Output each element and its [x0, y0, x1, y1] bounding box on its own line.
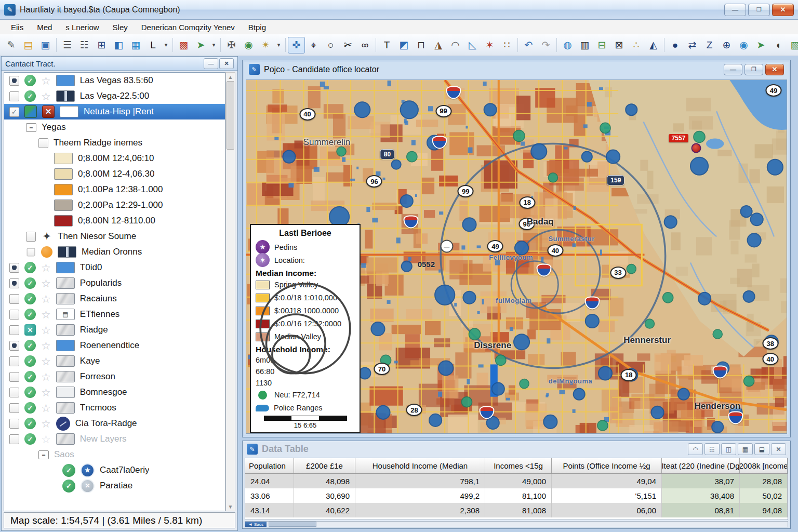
- panel-close-button[interactable]: [219, 58, 234, 69]
- table-scroll-thumb[interactable]: [269, 522, 316, 527]
- table-tool-chart-icon[interactable]: ◠: [688, 443, 703, 455]
- star-icon[interactable]: [41, 403, 51, 414]
- table-cell[interactable]: 38,07: [662, 474, 740, 488]
- scenario-dropdown-button[interactable]: ▾: [274, 37, 283, 54]
- star-icon[interactable]: [41, 294, 51, 304]
- map-view-button[interactable]: ▦: [127, 37, 144, 54]
- new-button[interactable]: ✎: [3, 37, 20, 54]
- z-table-button[interactable]: Z: [701, 37, 718, 54]
- layer-row[interactable]: ETfiennes: [4, 307, 225, 322]
- triangle-rule-button[interactable]: ◺: [464, 37, 481, 54]
- star-icon[interactable]: [41, 340, 51, 351]
- terrain-button[interactable]: ◮: [430, 37, 447, 54]
- layer-row[interactable]: 0;2.00Pa 12:29-1.000: [4, 197, 225, 213]
- route-shield[interactable]: 49: [487, 240, 503, 252]
- legend-button[interactable]: L: [144, 37, 162, 54]
- layer-checkbox[interactable]: [9, 263, 19, 273]
- arrow-green-button[interactable]: ➤: [752, 37, 769, 54]
- layer-checkbox[interactable]: [9, 310, 19, 320]
- route-shield[interactable]: 28: [406, 404, 422, 416]
- layer-row[interactable]: Saos: [4, 447, 225, 462]
- table-header-cell[interactable]: Incomes <15g: [485, 458, 552, 473]
- layer-row[interactable]: Racaiuns: [4, 291, 225, 307]
- transit-stop-icon[interactable]: [440, 240, 453, 253]
- scroll-down-icon[interactable]: ▼: [227, 502, 234, 511]
- red-x-icon[interactable]: [42, 105, 55, 118]
- layer-checkbox[interactable]: [9, 76, 19, 86]
- table-cell[interactable]: 43.14: [245, 503, 294, 517]
- layer-row[interactable]: Median Oronns: [4, 244, 225, 260]
- menu-item-0[interactable]: Eiis: [5, 21, 29, 34]
- table-tool-sort-icon[interactable]: ☷: [704, 443, 720, 455]
- menu-item-5[interactable]: Btpig: [243, 21, 272, 34]
- table-row[interactable]: 43.1440,6222,30881,00806,0008,8194,08: [245, 503, 788, 517]
- route-shield[interactable]: 18: [621, 369, 637, 381]
- table-close-button[interactable]: ✕: [771, 443, 786, 455]
- label-text-button[interactable]: T: [378, 37, 395, 54]
- layer-checkbox[interactable]: [27, 248, 35, 256]
- mountain-button[interactable]: ◭: [645, 37, 662, 54]
- table-cell[interactable]: 24.04: [245, 474, 294, 488]
- table-row[interactable]: 33.0630,690499,281,100'5,15138,40850,02: [245, 488, 788, 503]
- table-row[interactable]: 24.0448,098798,149,00049,0438,0728,08: [245, 474, 788, 488]
- route-shield[interactable]: 33: [610, 267, 626, 279]
- star-icon[interactable]: [41, 278, 51, 289]
- route-shield[interactable]: 40: [762, 353, 778, 365]
- tools-button[interactable]: ✠: [223, 37, 240, 54]
- theme-button[interactable]: ▩: [175, 37, 192, 54]
- layer-checkbox[interactable]: [9, 356, 19, 366]
- layer-row[interactable]: 0;1.00Pa 12:38-1.000: [4, 182, 225, 197]
- table-cell[interactable]: 08,81: [662, 503, 740, 517]
- table-header-cell[interactable]: £200e £1e: [294, 458, 355, 473]
- map-minimize-button[interactable]: [724, 64, 742, 75]
- route-shield[interactable]: 70: [374, 363, 390, 375]
- star-icon[interactable]: [41, 75, 51, 86]
- star-icon[interactable]: [41, 387, 51, 398]
- layer-row[interactable]: Riadge: [4, 322, 225, 338]
- scrollbar-thumb[interactable]: [227, 81, 234, 150]
- highway-badge[interactable]: 7557: [669, 134, 688, 142]
- undo-button[interactable]: ↶: [520, 37, 537, 54]
- circle-select-button[interactable]: ○: [322, 37, 339, 54]
- swap-button[interactable]: ⇄: [684, 37, 701, 54]
- table-cell[interactable]: 2,308: [355, 503, 485, 517]
- star-icon[interactable]: [41, 371, 51, 382]
- layer-checkbox[interactable]: [9, 388, 19, 397]
- cut-button[interactable]: ✂: [339, 37, 356, 54]
- dice-button[interactable]: ∷: [498, 37, 515, 54]
- layer-row[interactable]: Theem Riadge inemes: [4, 135, 225, 151]
- open-button[interactable]: ▤: [20, 37, 37, 54]
- route-shield[interactable]: 99: [458, 185, 474, 197]
- view-dropdown-button[interactable]: ▾: [162, 37, 170, 54]
- star-icon[interactable]: [41, 418, 51, 429]
- layers-button[interactable]: ☷: [76, 37, 93, 54]
- layer-row[interactable]: 0;8.00M 12:4,06:10: [4, 151, 225, 166]
- table-cell[interactable]: 06,00: [552, 503, 662, 517]
- table-cell[interactable]: 798,1: [355, 474, 485, 488]
- route-shield[interactable]: 18: [519, 196, 535, 209]
- route-shield[interactable]: 40: [547, 244, 563, 257]
- star-icon[interactable]: [41, 262, 51, 273]
- layer-row[interactable]: 0;8.00M 12-4,06.30: [4, 166, 225, 182]
- menu-item-3[interactable]: Sley: [107, 21, 134, 34]
- map-close-button[interactable]: [765, 64, 784, 75]
- table-cell[interactable]: 49,000: [485, 474, 552, 488]
- layer-checkbox[interactable]: [9, 419, 19, 429]
- star-icon[interactable]: [41, 434, 51, 445]
- calculator-button[interactable]: ⊟: [593, 37, 610, 54]
- table-tool-grid-icon[interactable]: ▦: [738, 443, 753, 455]
- layer-row[interactable]: Las Vega-22.5:00: [4, 88, 225, 104]
- data-table-titlebar[interactable]: Data Table ◠ ☷ ◫ ▦ ⬓ ✕: [243, 441, 790, 457]
- chart-button[interactable]: ◧: [110, 37, 127, 54]
- table-tool-window-icon[interactable]: ◫: [721, 443, 736, 455]
- close-button[interactable]: [772, 4, 794, 16]
- star-icon[interactable]: [41, 309, 51, 320]
- maximize-button[interactable]: [748, 4, 770, 16]
- table-header-cell[interactable]: 2008k [ncome: [740, 458, 788, 473]
- binoculars-button[interactable]: ∞: [356, 37, 374, 54]
- globe-button[interactable]: ◍: [559, 37, 576, 54]
- locate-button[interactable]: ◉: [240, 37, 257, 54]
- table-cell[interactable]: 49,04: [552, 474, 662, 488]
- layer-row[interactable]: 0;8.00N 12-8110.00: [4, 213, 225, 229]
- table-cell[interactable]: 48,098: [294, 474, 355, 488]
